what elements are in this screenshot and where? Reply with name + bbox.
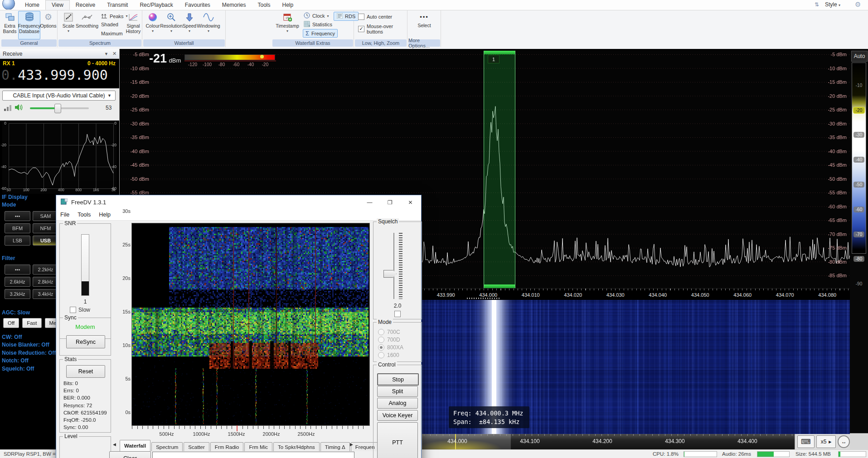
tab-scroll-left-icon[interactable]: ◀ <box>113 442 116 447</box>
signal-history-button[interactable]: Signal History <box>125 11 141 34</box>
tab-scroll-right-icon[interactable]: ▶ <box>350 442 353 447</box>
app-button[interactable] <box>1 0 17 10</box>
filter-button[interactable]: 3.4kHz <box>33 289 58 299</box>
speed-button[interactable]: Speed ▾ <box>183 11 196 34</box>
agc-button[interactable]: Fast <box>22 318 41 328</box>
receive-panel-header[interactable]: Receive ▼ ✕ <box>0 49 119 59</box>
clock-button[interactable]: Clock ▾ <box>304 12 329 19</box>
select-button[interactable]: ••• Select <box>414 14 434 28</box>
close-button[interactable]: ✕ <box>400 195 421 209</box>
collapse-panel-icon[interactable]: ▼ <box>104 52 108 56</box>
freedv-tab[interactable]: Frm Radio <box>210 442 244 451</box>
mode-button[interactable]: BFM <box>5 223 30 233</box>
text-output-field[interactable] <box>152 452 354 458</box>
mode-radio[interactable]: 700D <box>378 336 403 343</box>
windowing-button[interactable]: Windowing ▾ <box>197 11 220 34</box>
auto-center-checkbox[interactable]: Auto center <box>358 14 392 20</box>
extra-bands-button[interactable]: Extra Bands <box>2 11 17 34</box>
clear-button[interactable]: Clear <box>109 451 151 458</box>
speaker-icon[interactable] <box>14 103 23 113</box>
resync-button[interactable]: ReSync <box>66 335 105 348</box>
ribbon-tab[interactable]: Tools <box>252 0 276 10</box>
shaded-button[interactable]: Shaded <box>101 22 118 27</box>
filter-button[interactable]: 2.6kHz <box>5 277 30 287</box>
filter-button[interactable]: 2.8kHz <box>33 277 58 287</box>
reset-button[interactable]: Reset <box>66 365 105 378</box>
dsp-status-line[interactable]: CW: Off <box>2 333 56 341</box>
ribbon-tab[interactable]: Rec/Playback <box>134 0 179 10</box>
mode-button[interactable]: USB <box>33 236 58 246</box>
ribbon-tab[interactable]: Favourites <box>179 0 216 10</box>
rx-marker-badge[interactable]: 1 <box>488 55 499 63</box>
colour-button[interactable]: Colour ▾ <box>145 11 160 34</box>
zoom-step-button[interactable]: x5▶ <box>816 435 836 448</box>
slow-checkbox[interactable]: Slow <box>70 307 90 313</box>
minimize-button[interactable]: — <box>359 195 380 209</box>
analog-button[interactable]: Analog <box>377 398 418 409</box>
resolution-button[interactable]: Resolution ▾ <box>161 11 182 34</box>
ptt-button[interactable]: PTT <box>377 422 418 458</box>
smoothing-button[interactable]: Smoothing <box>76 11 98 29</box>
freedv-tab[interactable]: To Spkr/Hdphns <box>273 442 320 451</box>
freedv-tab[interactable]: Frm Mic <box>244 442 272 451</box>
mode-button[interactable]: LSB <box>5 236 30 246</box>
dsp-status-line[interactable]: Notch: Off <box>2 357 56 365</box>
collapse-ribbon-icon[interactable]: ⇅ <box>815 1 819 8</box>
close-panel-icon[interactable]: ✕ <box>112 51 116 57</box>
ribbon-tab[interactable]: Transmit <box>101 0 134 10</box>
expand-span-button[interactable]: ↔ <box>838 435 850 448</box>
statistics-button[interactable]: 9 Statistics <box>304 21 332 28</box>
freedv-titlebar[interactable]: FreeDV 1.3.1 — ❐ ✕ <box>56 195 421 209</box>
band-bottom-cap[interactable] <box>484 284 515 288</box>
ribbon-tab[interactable]: Receive <box>70 0 101 10</box>
mode-button[interactable]: SAM <box>33 211 58 221</box>
dsp-status-line[interactable]: Squelch: Off <box>2 365 56 373</box>
filter-button[interactable]: ••• <box>5 265 30 275</box>
stop-button[interactable]: Stop <box>377 373 419 386</box>
filter-button[interactable]: 3.2kHz <box>5 289 30 299</box>
ribbon-tab[interactable]: Home <box>19 0 45 10</box>
auto-gain-button[interactable]: Auto <box>851 51 868 62</box>
maximum-button[interactable]: Maximum <box>101 31 123 36</box>
mode-radio[interactable]: 800XA <box>378 343 403 351</box>
freedv-tab[interactable]: Waterfall <box>120 440 150 451</box>
squelch-enable-checkbox[interactable] <box>394 311 401 317</box>
ribbon-tab[interactable]: Help <box>276 0 300 10</box>
filter-button[interactable]: 2.2kHz <box>33 265 58 275</box>
peaks-button[interactable]: Peaks ▾ <box>101 13 128 19</box>
tuned-filter-band[interactable]: 1 <box>484 51 515 288</box>
volume-slider-handle[interactable] <box>54 104 61 113</box>
squelch-slider-track[interactable] <box>393 233 394 299</box>
mode-radio[interactable]: 1600 <box>378 351 403 359</box>
frequency-button[interactable]: Σ Frequency <box>303 29 338 38</box>
voice-keyer-button[interactable]: Voice Keyer <box>377 410 418 421</box>
ribbon-tab[interactable]: View <box>45 0 70 10</box>
options-button[interactable]: ⚙ Options <box>40 11 56 29</box>
frequency-database-button[interactable]: Frequency Database <box>18 11 40 39</box>
style-menu[interactable]: Style ▾ <box>825 1 840 8</box>
maximize-button[interactable]: ❐ <box>380 195 400 209</box>
mode-button[interactable]: NFM <box>33 223 58 233</box>
mode-button[interactable]: ••• <box>5 211 30 221</box>
audio-device-select[interactable]: CABLE Input (VB-Audio Virtual Cable) ▼ <box>2 91 116 101</box>
frequency-readout[interactable]: RX 1 0 - 4000 Hz 0.433.999.900 <box>0 59 119 88</box>
menu-item[interactable]: File <box>56 212 73 218</box>
split-button[interactable]: Split <box>377 386 418 397</box>
freedv-tab[interactable]: Timing Δ <box>320 442 350 451</box>
scale-button[interactable]: Scale ▾ <box>62 11 75 34</box>
menu-item[interactable]: Help <box>95 212 115 218</box>
ribbon-tab[interactable]: Memories <box>216 0 252 10</box>
mode-radio[interactable]: 700C <box>378 328 403 336</box>
freedv-tab[interactable]: Scatter <box>184 442 209 451</box>
freedv-tab[interactable]: Spectrum <box>151 442 183 451</box>
gear-icon[interactable]: ⚙ <box>855 0 861 9</box>
squelch-slider-handle[interactable] <box>383 270 397 278</box>
timestamp-button[interactable]: 15 Timestamp ▾ <box>276 11 299 34</box>
menu-item[interactable]: Tools <box>73 212 95 218</box>
agc-button[interactable]: Off <box>3 318 19 328</box>
tuned-frequency[interactable]: 0.433.999.900 <box>1 67 108 83</box>
band-top-cap[interactable] <box>484 51 515 54</box>
dsp-status-line[interactable]: Noise Blanker: Off <box>2 341 56 349</box>
mouse-over-buttons-checkbox[interactable]: ✓ Mouse-over buttons <box>358 24 407 34</box>
keyboard-entry-button[interactable]: ⌨ <box>797 435 815 448</box>
